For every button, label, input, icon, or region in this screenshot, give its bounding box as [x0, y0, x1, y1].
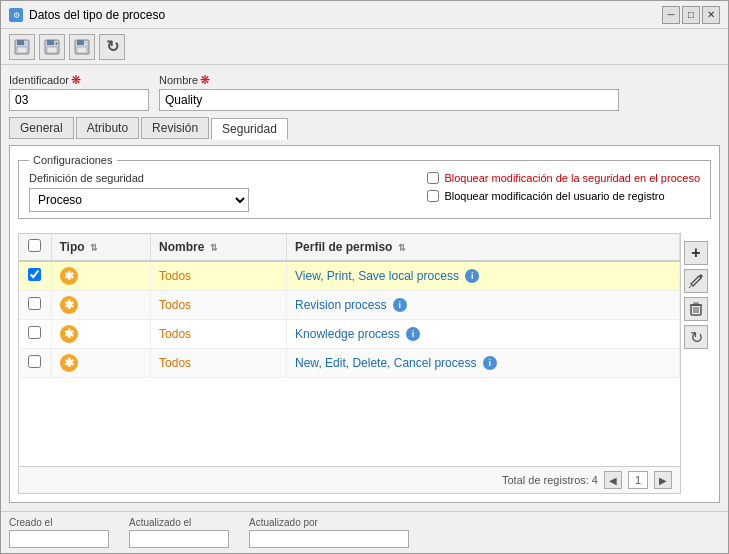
- updated-field: Actualizado el: [129, 517, 229, 548]
- fieldset-content: Definición de seguridad Proceso Usuario …: [29, 172, 700, 212]
- edit-button[interactable]: [684, 269, 708, 293]
- row4-tipo: ✱: [51, 349, 151, 378]
- tipo-icon: ✱: [60, 354, 78, 372]
- name-field-group: Nombre ❋: [159, 73, 619, 111]
- tab-revision[interactable]: Revisión: [141, 117, 209, 139]
- row2-perm-link[interactable]: Revision process: [295, 298, 386, 312]
- nombre-sort-icon: ⇅: [210, 243, 218, 253]
- checkbox-block-security[interactable]: [427, 172, 439, 184]
- table-body: ✱ Todos View, Print, Save local process …: [19, 261, 680, 378]
- title-bar: ⚙ Datos del tipo de proceso ─ □ ✕: [1, 1, 728, 29]
- row2-checkbox[interactable]: [28, 297, 41, 310]
- tipo-icon: ✱: [60, 325, 78, 343]
- updated-by-input[interactable]: [249, 530, 409, 548]
- window-icon: ⚙: [9, 8, 23, 22]
- row4-checkbox[interactable]: [28, 355, 41, 368]
- col-check: [19, 234, 51, 261]
- checkbox-row-2: Bloquear modificación del usuario de reg…: [427, 190, 700, 202]
- created-label: Creado el: [9, 517, 109, 528]
- id-input[interactable]: [9, 89, 149, 111]
- id-required: ❋: [71, 73, 81, 87]
- table-row[interactable]: ✱ Todos Revision process i: [19, 291, 680, 320]
- def-select[interactable]: Proceso Usuario Rol: [29, 188, 249, 212]
- tab-general[interactable]: General: [9, 117, 74, 139]
- svg-rect-3: [17, 40, 24, 45]
- prev-page-button[interactable]: ◀: [604, 471, 622, 489]
- svg-rect-4: [17, 47, 27, 53]
- checkbox-label-2: Bloquear modificación del usuario de reg…: [444, 190, 664, 202]
- table-container: Tipo ⇅ Nombre ⇅ Perfil de permiso: [18, 233, 681, 494]
- svg-rect-7: [47, 47, 57, 53]
- row2-nombre: Todos: [151, 291, 287, 320]
- row3-perm-link[interactable]: Knowledge process: [295, 327, 400, 341]
- maximize-button[interactable]: □: [682, 6, 700, 24]
- delete-button[interactable]: [684, 297, 708, 321]
- row1-perm-link[interactable]: View, Print, Save local process: [295, 269, 459, 283]
- row4-info-icon[interactable]: i: [483, 356, 497, 370]
- name-input[interactable]: [159, 89, 619, 111]
- svg-rect-11: [77, 47, 87, 53]
- fieldset-left: Definición de seguridad Proceso Usuario …: [29, 172, 249, 212]
- row3-info-icon[interactable]: i: [406, 327, 420, 341]
- row1-perfil: View, Print, Save local process i: [287, 261, 680, 291]
- tab-content-seguridad: Configuraciones Definición de seguridad …: [9, 145, 720, 503]
- row3-checkbox[interactable]: [28, 326, 41, 339]
- checkbox-label-1: Bloquear modificación de la seguridad en…: [444, 172, 700, 184]
- svg-text:+: +: [55, 40, 59, 46]
- svg-text:↓: ↓: [83, 39, 87, 46]
- row2-info-icon[interactable]: i: [393, 298, 407, 312]
- updated-input[interactable]: [129, 530, 229, 548]
- row4-nombre: Todos: [151, 349, 287, 378]
- tipo-sort-icon: ⇅: [90, 243, 98, 253]
- row4-perfil: New, Edit, Delete, Cancel process i: [287, 349, 680, 378]
- row3-check: [19, 320, 51, 349]
- updated-by-label: Actualizado por: [249, 517, 409, 528]
- table-footer: Total de registros: 4 ◀ 1 ▶: [19, 466, 680, 493]
- tab-seguridad[interactable]: Seguridad: [211, 118, 288, 140]
- table-row[interactable]: ✱ Todos Knowledge process i: [19, 320, 680, 349]
- name-label: Nombre ❋: [159, 73, 619, 87]
- bottom-bar: Creado el Actualizado el Actualizado por: [1, 511, 728, 553]
- created-field: Creado el: [9, 517, 109, 548]
- side-buttons: +: [681, 233, 711, 494]
- total-records: Total de registros: 4: [502, 474, 598, 486]
- name-required: ❋: [200, 73, 210, 87]
- checkbox-block-user[interactable]: [427, 190, 439, 202]
- tabs: General Atributo Revisión Seguridad: [9, 117, 720, 139]
- table-header-row: Tipo ⇅ Nombre ⇅ Perfil de permiso: [19, 234, 680, 261]
- def-label: Definición de seguridad: [29, 172, 249, 184]
- tipo-icon: ✱: [60, 267, 78, 285]
- checkbox-row-1: Bloquear modificación de la seguridad en…: [427, 172, 700, 184]
- svg-text:⚙: ⚙: [13, 11, 20, 20]
- tab-atributo[interactable]: Atributo: [76, 117, 139, 139]
- title-bar-left: ⚙ Datos del tipo de proceso: [9, 8, 165, 22]
- created-input[interactable]: [9, 530, 109, 548]
- refresh-button[interactable]: ↻: [99, 34, 125, 60]
- table-row[interactable]: ✱ Todos View, Print, Save local process …: [19, 261, 680, 291]
- save-button-2[interactable]: +: [39, 34, 65, 60]
- col-perfil: Perfil de permiso ⇅: [287, 234, 680, 261]
- window-title: Datos del tipo de proceso: [29, 8, 165, 22]
- select-all-checkbox[interactable]: [28, 239, 41, 252]
- row1-info-icon[interactable]: i: [465, 269, 479, 283]
- save-button-1[interactable]: [9, 34, 35, 60]
- save-button-3[interactable]: ↓: [69, 34, 95, 60]
- table-row[interactable]: ✱ Todos New, Edit, Delete, Cancel proces…: [19, 349, 680, 378]
- next-page-button[interactable]: ▶: [654, 471, 672, 489]
- permissions-table: Tipo ⇅ Nombre ⇅ Perfil de permiso: [19, 234, 680, 378]
- close-button[interactable]: ✕: [702, 6, 720, 24]
- main-window: ⚙ Datos del tipo de proceso ─ □ ✕: [0, 0, 729, 554]
- row4-check: [19, 349, 51, 378]
- row1-nombre: Todos: [151, 261, 287, 291]
- add-button[interactable]: +: [684, 241, 708, 265]
- table-wrapper[interactable]: Tipo ⇅ Nombre ⇅ Perfil de permiso: [19, 234, 680, 466]
- title-bar-controls: ─ □ ✕: [662, 6, 720, 24]
- page-number: 1: [628, 471, 648, 489]
- row2-check: [19, 291, 51, 320]
- configuraciones-legend: Configuraciones: [29, 154, 117, 166]
- svg-line-13: [689, 286, 691, 288]
- minimize-button[interactable]: ─: [662, 6, 680, 24]
- row4-perm-link[interactable]: New, Edit, Delete, Cancel process: [295, 356, 476, 370]
- refresh-side-button[interactable]: ↻: [684, 325, 708, 349]
- row1-checkbox[interactable]: [28, 268, 41, 281]
